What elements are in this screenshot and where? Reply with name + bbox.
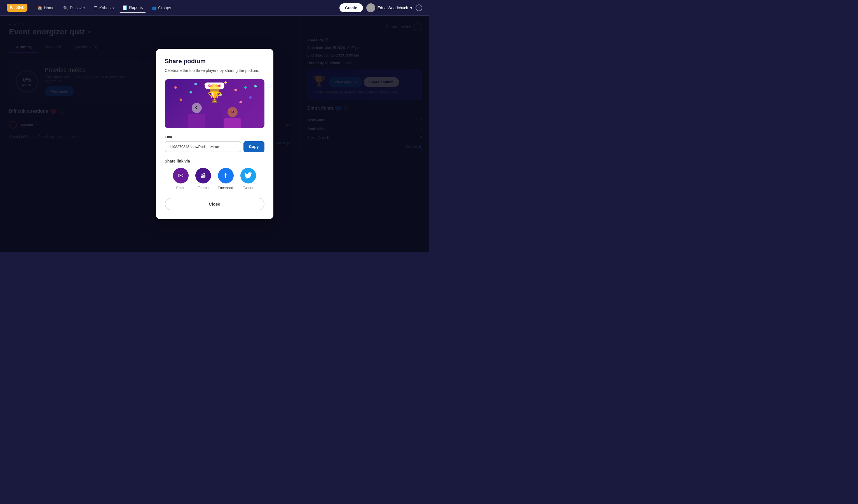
copy-button[interactable]: Copy xyxy=(243,141,265,152)
info-icon[interactable]: ℹ xyxy=(416,4,422,11)
podium-avatar-2: K! xyxy=(192,103,202,113)
close-button[interactable]: Close xyxy=(165,198,265,210)
share-options: ✉ Email Teams f xyxy=(165,168,265,190)
link-input[interactable] xyxy=(165,141,241,152)
groups-icon: 👥 xyxy=(152,5,156,10)
share-podium-modal-overlay: Share podium Celebrate the top three pla… xyxy=(0,16,429,252)
chevron-down-icon: ▾ xyxy=(410,5,412,10)
podium-image: Kahoot! 🏆 K! xyxy=(165,79,265,128)
share-teams[interactable]: Teams xyxy=(195,168,211,190)
user-menu[interactable]: Edna Woodchuck ▾ xyxy=(366,3,412,12)
podium-stage: K! K! xyxy=(188,84,241,128)
share-via-label: Share link via xyxy=(165,159,265,163)
nav-right: Create Edna Woodchuck ▾ ℹ xyxy=(339,3,422,12)
link-row: Copy xyxy=(165,141,265,152)
user-name: Edna Woodchuck xyxy=(378,5,408,10)
email-icon: ✉ xyxy=(173,168,189,183)
main-content: Report Event energizer quiz ✏ Summary Pl… xyxy=(0,16,429,252)
nav-reports[interactable]: 📊 Reports xyxy=(119,3,146,13)
home-icon: 🏠 xyxy=(37,5,42,10)
podium-1st xyxy=(206,84,223,128)
modal-subtitle: Celebrate the top three players by shari… xyxy=(165,68,265,74)
podium-platform-2 xyxy=(188,114,205,128)
facebook-icon: f xyxy=(218,168,234,183)
nav-groups[interactable]: 👥 Groups xyxy=(148,3,174,12)
nav-home[interactable]: 🏠 Home xyxy=(34,3,58,12)
app-logo[interactable]: K! 360 xyxy=(7,4,28,12)
nav-items: 🏠 Home 🔍 Discover ☰ Kahoots 📊 Reports 👥 … xyxy=(34,3,339,13)
nav-kahoots[interactable]: ☰ Kahoots xyxy=(91,3,117,12)
user-avatar xyxy=(366,3,375,12)
discover-icon: 🔍 xyxy=(63,5,68,10)
podium-3rd: K! xyxy=(224,107,241,128)
share-facebook[interactable]: f Facebook xyxy=(218,168,234,190)
link-label: Link xyxy=(165,135,265,139)
reports-icon: 📊 xyxy=(123,5,127,10)
modal-title: Share podium xyxy=(165,58,265,65)
navbar: K! 360 🏠 Home 🔍 Discover ☰ Kahoots 📊 Rep… xyxy=(0,0,429,16)
kahoots-icon: ☰ xyxy=(94,5,98,10)
teams-icon xyxy=(195,168,211,183)
nav-discover[interactable]: 🔍 Discover xyxy=(60,3,88,12)
share-email[interactable]: ✉ Email xyxy=(173,168,189,190)
create-button[interactable]: Create xyxy=(339,3,363,12)
share-twitter[interactable]: Twitter xyxy=(240,168,256,190)
podium-2nd: K! xyxy=(188,103,205,128)
podium-avatar-1 xyxy=(210,84,220,94)
podium-platform-1 xyxy=(206,109,223,128)
share-podium-modal: Share podium Celebrate the top three pla… xyxy=(156,49,273,219)
twitter-icon xyxy=(240,168,256,183)
podium-platform-3 xyxy=(224,118,241,128)
podium-avatar-3: K! xyxy=(227,107,238,117)
